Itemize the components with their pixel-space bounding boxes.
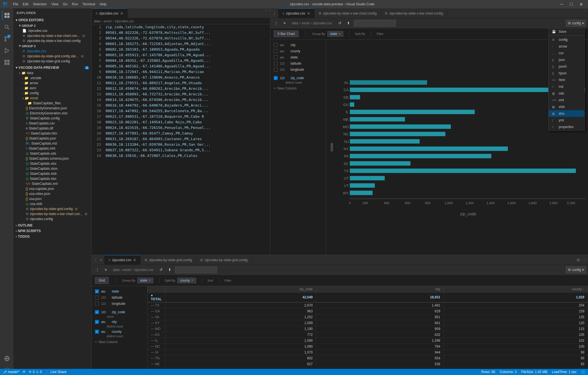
status-liveshare[interactable]: 👤 Live Share (45, 370, 66, 374)
tree-zipcodes-xbar-config[interactable]: ⚙ zipcodes-by-state-x-bar-chart.con... U (13, 211, 91, 216)
toolbar-settings-btn[interactable]: ⋮ (273, 20, 280, 26)
status-columns[interactable]: Columns: 3 (500, 370, 517, 374)
grid-toolbar-settings[interactable]: ⋮ (94, 266, 101, 273)
config-dropdown[interactable]: ⚙ config ▾ (566, 20, 586, 27)
status-branch[interactable]: ⎇ master* (3, 370, 19, 374)
dropdown-ods[interactable]: ▦ ods (549, 90, 584, 97)
breadcrumb-zipcodes[interactable]: zipcodes.csv (115, 19, 134, 23)
sidebar-item-xbar-config-g2[interactable]: ⚙ zipcodes-by-state-x-bar-chart.con... U (13, 33, 91, 38)
menu-view[interactable]: View (51, 2, 58, 6)
tree-usa-cities-json[interactable]: {} usa-cities.json (13, 191, 91, 196)
tree-usa-capitals-json[interactable]: {} usa-capitals.json (13, 186, 91, 191)
chart-tab-config2[interactable]: ⚙ zipcodes-by-state-x-bar-chart.config (381, 8, 447, 18)
chart-bc-zipcodes[interactable]: zipcodes.csv (313, 21, 332, 25)
activity-search[interactable] (2, 22, 11, 32)
status-loadtime[interactable]: LoadTime: 1 sec (552, 370, 577, 374)
menu-selection[interactable]: Selection (33, 2, 47, 6)
tree-excel-folder[interactable]: ▾ 📂 excel (13, 96, 91, 101)
tree-sc-xlsx2[interactable]: ▦ StateCapitals.xlsx (13, 176, 91, 181)
tree-sc-ods[interactable]: ▦ StateCapitals.ods (13, 151, 91, 156)
tree-sc-xlsb[interactable]: ▦ StateCapitals.xlsb (13, 171, 91, 176)
tree-usa-xlsb[interactable]: ▦ usa.xlsb (13, 201, 91, 206)
activity-extensions[interactable] (2, 58, 11, 67)
tree-data-folder[interactable]: ▾ 📁 data (13, 70, 91, 76)
activity-source-control[interactable]: 2 (2, 34, 11, 44)
grid-tab-zipcodes[interactable]: ≡ zipcodes.csv ✕ (104, 255, 141, 265)
tree-sc-config[interactable]: ⚙ StateCapitals.config (13, 116, 91, 121)
menu-file[interactable]: File (13, 2, 18, 6)
tree-sc-htm[interactable]: <> StateCapitals.htm (13, 131, 91, 136)
grid-col-county[interactable]: ✓ abc county (92, 329, 147, 335)
chart-bc-excel[interactable]: excel (302, 21, 310, 25)
col-county[interactable]: abc county (270, 48, 326, 54)
toolbar-list-btn[interactable]: ≡ (282, 20, 287, 26)
dropdown-json[interactable]: {} json (549, 56, 584, 63)
status-rows[interactable]: Rows: 60 (481, 370, 495, 374)
grid-lon-checkbox[interactable] (95, 302, 99, 306)
toolbar-refresh-btn[interactable]: ↺ (337, 20, 343, 26)
dropdown-xml[interactable]: </> xml (549, 97, 584, 103)
grid-col-state[interactable]: ✓ abc state (92, 288, 147, 294)
tree-sc-json[interactable]: {} StateCapitals.json (13, 136, 91, 141)
col-latitude[interactable]: 123 latitude (270, 60, 326, 67)
county-checkbox[interactable] (274, 49, 278, 53)
grid-county-checkbox[interactable]: ✓ (95, 330, 99, 334)
tree-avro-folder[interactable]: › 📁 avro (13, 86, 91, 91)
grid-split-btn[interactable]: ⧉ (577, 258, 580, 262)
tree-sc-csv[interactable]: ≡ StateCapitals.csv (13, 121, 91, 126)
activity-debug[interactable] (2, 46, 11, 55)
grid-state-checkbox[interactable]: ✓ (95, 289, 99, 293)
activity-remote[interactable] (2, 354, 11, 363)
dropdown-properties[interactable]: = properties (549, 124, 584, 130)
menu-go[interactable]: Go (63, 2, 67, 6)
vscode-data-preview-header[interactable]: ▾ VSCODE-DATA-PREVIEW 2 (13, 65, 91, 70)
grid-bc-excel[interactable]: excel (123, 268, 131, 272)
grid-tab-more[interactable]: ··· (581, 258, 588, 262)
dropdown-xlsb[interactable]: ▦ xlsb (549, 103, 584, 110)
tree-sc-xml[interactable]: </> StateCapitals.xml (13, 181, 91, 186)
chart-search-input[interactable] (354, 20, 396, 27)
th-city[interactable]: city (316, 286, 444, 293)
status-errors[interactable]: ✕ 0 ⚠ 0 (29, 370, 42, 374)
city-checkbox[interactable] (274, 43, 278, 47)
grid-zip-checkbox[interactable]: ✓ (95, 310, 99, 314)
chart-tab-zipcodes[interactable]: ≡ zipcodes.csv ✕ (278, 8, 315, 18)
grid-table-area[interactable]: zip_code city county ↓ ● TOTAL 42,049 18… (147, 286, 588, 375)
chart-tab-more[interactable]: ··· (581, 8, 588, 18)
close-btn[interactable]: ✕ (577, 2, 585, 7)
tree-zipcodes-grid-config[interactable]: ⚙ zipcodes-by-state-grid.config U (13, 206, 91, 211)
lat-checkbox[interactable] (274, 62, 278, 65)
grid-col-city[interactable]: ✓ abc city (92, 319, 147, 325)
grid-toolbar-list[interactable]: ≡ (103, 266, 109, 273)
col-longitude[interactable]: 123 longitude (270, 67, 326, 73)
tree-zipcodes-config[interactable]: ⚙ zipcodes.config (13, 216, 91, 221)
th-county[interactable]: county ↓ (444, 286, 588, 293)
tab-close-btn[interactable]: ✕ (120, 11, 123, 16)
grid-col-zipcode[interactable]: ✓ 123 zip_code (92, 309, 147, 315)
grid-city-checkbox[interactable]: ✓ (95, 320, 99, 324)
add-column-btn[interactable]: + New Column (270, 85, 326, 92)
dropdown-arrow[interactable]: › arrow (549, 43, 584, 50)
breadcrumb-data[interactable]: data (94, 19, 100, 23)
tree-usa-json[interactable]: {} usa.json (13, 196, 91, 201)
grid-refresh-btn[interactable]: ↺ (158, 266, 164, 273)
status-sync[interactable]: ⟳ (23, 370, 25, 374)
grid-add-column-btn[interactable]: + New Column (92, 338, 147, 346)
dropdown-config[interactable]: ⚙ config (549, 36, 584, 43)
toolbar-save-btn[interactable]: ⬆ (345, 20, 352, 26)
tree-electricity-xlsx[interactable]: ▦ ElectricityGeneration.xlsx (13, 111, 91, 116)
dropdown-json5[interactable]: {} json5 (549, 63, 584, 70)
dropdown-yml[interactable]: | yml (549, 117, 584, 124)
npm-scripts-header[interactable]: › NPM SCRIPTS (13, 228, 91, 234)
menu-edit[interactable]: Edit (23, 2, 28, 6)
menu-terminal[interactable]: Terminal (82, 2, 95, 6)
chart-tab-config1[interactable]: ⚙ zipcodes-by-state-x-bar-chart.config (315, 8, 381, 18)
grid-search-input[interactable] (175, 266, 217, 273)
grid-col-latitude[interactable]: 123 latitude (92, 294, 147, 301)
sidebar-item-grid-config-g3[interactable]: ⚙ zipcodes-by-state-grid.config dat... U (13, 54, 91, 59)
tree-sc-md[interactable]: M↓ StateCapitals.md (13, 141, 91, 146)
tree-statecapitals-files[interactable]: › 📁 StateCapitals_files (13, 101, 91, 106)
col-city[interactable]: abc city (270, 42, 326, 48)
tree-arrow-folder[interactable]: › 📁 arrow (13, 81, 91, 86)
group2-header[interactable]: ▾ GROUP 2 (13, 23, 91, 28)
